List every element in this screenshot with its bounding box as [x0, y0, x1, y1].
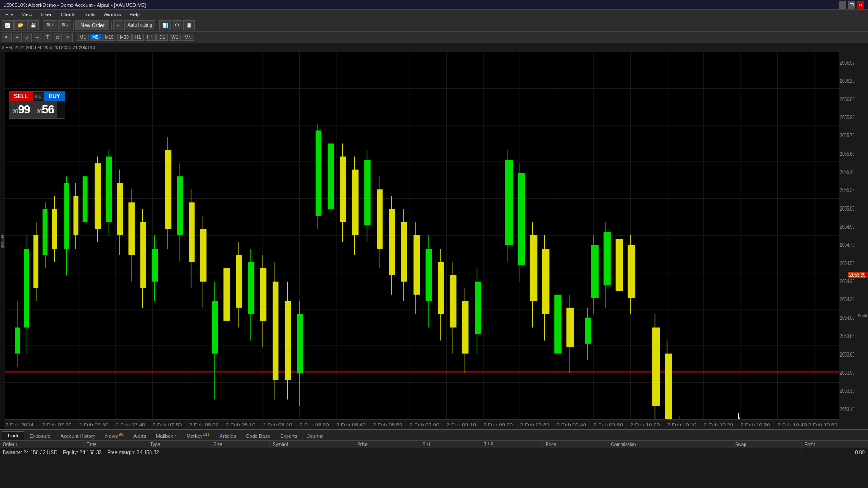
toolbar-zoom-in[interactable]: 🔍+	[43, 20, 57, 30]
toolbar-zoom-out[interactable]: 🔍-	[58, 20, 71, 30]
svg-text:2054.00: 2054.00	[840, 314, 855, 321]
menu-help[interactable]: Help	[126, 11, 143, 18]
profit-label: Profit	[858, 314, 867, 318]
svg-rect-92	[352, 170, 359, 235]
tab-codebase[interactable]: Code Base	[241, 432, 275, 440]
svg-text:2 Feb 10:50: 2 Feb 10:50	[808, 422, 837, 427]
tool-text[interactable]: T	[43, 33, 52, 42]
col-symbol: Symbol	[270, 441, 354, 448]
menu-tools[interactable]: Tools	[80, 11, 99, 18]
svg-rect-42	[52, 209, 57, 249]
toolbar-open[interactable]: 📂	[14, 20, 26, 30]
tool-delete[interactable]: ✕	[63, 33, 73, 42]
menu-file[interactable]: File	[2, 11, 17, 18]
col-profit: Profit	[802, 441, 868, 448]
new-order-button[interactable]: New Order	[75, 20, 109, 30]
tool-hline[interactable]: ─	[33, 33, 42, 42]
tf-m30[interactable]: M30	[117, 34, 131, 41]
tf-w1[interactable]: W1	[169, 34, 181, 41]
sep2	[73, 21, 74, 30]
tf-d1[interactable]: D1	[156, 34, 168, 41]
tab-alerts[interactable]: Alerts	[128, 432, 151, 440]
svg-rect-134	[585, 318, 591, 344]
menu-charts[interactable]: Charts	[57, 11, 79, 18]
terminal-panel: Trade Exposure Account History News 99 A…	[0, 429, 868, 488]
tf-h4[interactable]: H4	[145, 34, 156, 41]
toolbar-autotrade[interactable]: ▶	[113, 20, 123, 30]
tool-crosshair[interactable]: +	[13, 33, 22, 42]
toolbar-indicators[interactable]: 📊	[159, 20, 171, 30]
svg-text:2056.25: 2056.25	[840, 78, 855, 84]
restore-button[interactable]: ❐	[848, 1, 855, 9]
col-tp: T / P	[481, 441, 543, 448]
autotrade-button[interactable]: AutoTrading	[124, 20, 155, 30]
svg-text:2055.75: 2055.75	[840, 132, 855, 139]
svg-text:2 Feb 08:40: 2 Feb 08:40	[336, 422, 366, 427]
tab-trade[interactable]: Trade	[2, 431, 24, 440]
tool-line[interactable]: ╱	[23, 33, 32, 42]
svg-rect-38	[33, 235, 38, 288]
title-bar: 15965109: Alpari-Demo - Demo Account - A…	[0, 0, 868, 10]
chart-symbol-info: 2 Feb 2024 2053.96 2053.13 2053.74 2053.…	[2, 45, 95, 50]
menu-insert[interactable]: Insert	[37, 11, 57, 18]
toolbar-new-chart[interactable]: 📈	[2, 20, 14, 30]
col-swap: Swap	[732, 441, 801, 448]
trade-table: Order ↕ Time Type Size Symbol Price S / …	[0, 441, 868, 456]
svg-rect-86	[316, 130, 322, 216]
svg-text:2053.50: 2053.50	[840, 369, 855, 375]
chart-area[interactable]: SELL 0.C BUY 2099 2056	[5, 52, 839, 429]
svg-text:2 Feb 10:00: 2 Feb 10:00	[630, 422, 660, 427]
buy-button[interactable]: BUY	[44, 92, 65, 101]
svg-text:2 Feb 10:30: 2 Feb 10:30	[741, 422, 770, 427]
tf-m1[interactable]: M1	[77, 34, 89, 41]
svg-text:2 Feb 08:50: 2 Feb 08:50	[373, 422, 402, 427]
tf-mn[interactable]: MN	[182, 34, 194, 41]
tab-mailbox[interactable]: Mailbox 8	[151, 430, 181, 440]
svg-rect-82	[285, 301, 291, 380]
svg-text:2 Feb 10:40: 2 Feb 10:40	[777, 422, 807, 427]
svg-rect-74	[236, 255, 242, 308]
sell-price-display: 0.C	[33, 93, 44, 100]
svg-rect-98	[389, 209, 395, 275]
svg-text:2 Feb 07:30: 2 Feb 07:30	[79, 422, 108, 427]
tool-cursor[interactable]: ↖	[2, 33, 12, 42]
svg-rect-112	[475, 282, 481, 334]
menu-view[interactable]: View	[18, 11, 36, 18]
sep1	[41, 21, 41, 30]
svg-rect-88	[328, 144, 334, 209]
tab-exposure[interactable]: Exposure	[24, 432, 55, 440]
close-button[interactable]: ✕	[857, 1, 864, 9]
tf-h1[interactable]: H1	[132, 34, 144, 41]
svg-text:2 Feb 07:50: 2 Feb 07:50	[152, 422, 182, 427]
svg-rect-36	[24, 249, 29, 327]
tab-market[interactable]: Market 111	[181, 430, 214, 440]
tab-journal[interactable]: Journal	[302, 432, 328, 440]
menu-window[interactable]: Window	[100, 11, 125, 18]
svg-rect-50	[95, 163, 101, 229]
toolbar-template[interactable]: 📋	[183, 20, 195, 30]
col-price: Price	[354, 441, 420, 448]
sell-big-price: 2099	[9, 101, 33, 118]
svg-rect-100	[401, 222, 407, 282]
trade-widget: SELL 0.C BUY 2099 2056	[9, 91, 65, 119]
toolbar-properties[interactable]: ⚙	[172, 20, 182, 30]
tab-articles[interactable]: Articles	[215, 432, 241, 440]
minimize-button[interactable]: ─	[839, 1, 846, 9]
balance-row: Balance: 24 158.32 USD Equity: 24 158.32…	[0, 448, 868, 456]
time-axis: 2 Feb 2024 2 Feb 07:20 2 Feb 07:30 2 Feb…	[5, 419, 839, 429]
svg-rect-64	[177, 176, 183, 235]
tool-rect[interactable]: □	[53, 33, 62, 42]
svg-text:2053.30: 2053.30	[840, 388, 855, 394]
tab-experts[interactable]: Experts	[275, 432, 302, 440]
svg-rect-132	[628, 245, 635, 298]
tab-news[interactable]: News 99	[100, 430, 128, 440]
tab-account-history[interactable]: Account History	[56, 432, 100, 440]
svg-rect-54	[117, 183, 123, 235]
toolbar-save[interactable]: 💾	[27, 20, 39, 30]
tf-m15[interactable]: M15	[102, 34, 116, 41]
svg-rect-70	[212, 301, 218, 353]
window-title: 15965109: Alpari-Demo - Demo Account - A…	[4, 2, 146, 8]
svg-rect-114	[505, 160, 513, 245]
tf-m5[interactable]: M5	[90, 34, 101, 41]
sell-button[interactable]: SELL	[9, 92, 33, 101]
